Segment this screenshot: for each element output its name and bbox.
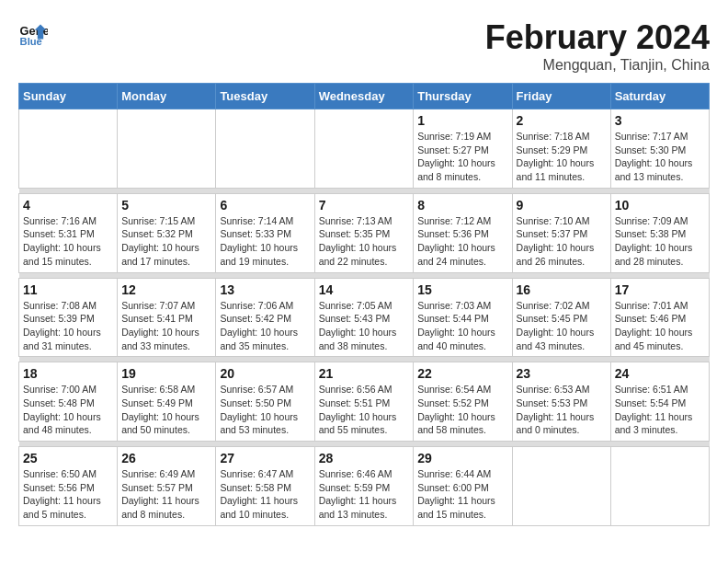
week-row-0: 1Sunrise: 7:19 AM Sunset: 5:27 PM Daylig… xyxy=(19,109,710,189)
calendar-cell: 6Sunrise: 7:14 AM Sunset: 5:33 PM Daylig… xyxy=(216,193,314,272)
week-row-2: 11Sunrise: 7:08 AM Sunset: 5:39 PM Dayli… xyxy=(19,278,710,357)
logo-icon: General Blue xyxy=(18,18,48,48)
calendar-body: 1Sunrise: 7:19 AM Sunset: 5:27 PM Daylig… xyxy=(19,109,710,526)
calendar-cell: 11Sunrise: 7:08 AM Sunset: 5:39 PM Dayli… xyxy=(19,278,118,357)
day-number: 7 xyxy=(319,198,410,213)
weekday-header-saturday: Saturday xyxy=(610,84,709,109)
day-number: 22 xyxy=(417,366,507,381)
calendar-cell: 28Sunrise: 6:46 AM Sunset: 5:59 PM Dayli… xyxy=(314,447,414,526)
day-number: 10 xyxy=(615,198,705,213)
day-info: Sunrise: 6:54 AM Sunset: 5:52 PM Dayligh… xyxy=(417,383,507,437)
day-number: 13 xyxy=(220,282,310,297)
weekday-header-wednesday: Wednesday xyxy=(314,84,414,109)
day-number: 23 xyxy=(517,366,607,381)
day-info: Sunrise: 7:10 AM Sunset: 5:37 PM Dayligh… xyxy=(517,214,607,269)
weekday-header-sunday: Sunday xyxy=(19,84,118,109)
day-number: 2 xyxy=(517,113,607,128)
calendar-cell: 23Sunrise: 6:53 AM Sunset: 5:53 PM Dayli… xyxy=(512,362,610,442)
day-number: 14 xyxy=(319,282,410,297)
weekday-header-monday: Monday xyxy=(118,84,216,109)
title-area: February 2024 Mengquan, Tianjin, China xyxy=(485,18,710,74)
weekday-header-row: SundayMondayTuesdayWednesdayThursdayFrid… xyxy=(19,84,710,109)
day-number: 28 xyxy=(319,451,410,465)
calendar-cell: 26Sunrise: 6:49 AM Sunset: 5:57 PM Dayli… xyxy=(118,447,216,526)
calendar-cell: 18Sunrise: 7:00 AM Sunset: 5:48 PM Dayli… xyxy=(19,362,118,442)
day-info: Sunrise: 7:07 AM Sunset: 5:41 PM Dayligh… xyxy=(121,299,211,353)
day-info: Sunrise: 7:09 AM Sunset: 5:38 PM Dayligh… xyxy=(615,214,705,269)
day-number: 3 xyxy=(615,113,705,128)
day-number: 12 xyxy=(121,282,211,297)
day-info: Sunrise: 7:16 AM Sunset: 5:31 PM Dayligh… xyxy=(23,214,113,269)
day-info: Sunrise: 7:14 AM Sunset: 5:33 PM Dayligh… xyxy=(220,214,310,269)
calendar-cell xyxy=(314,109,414,189)
logo: General Blue xyxy=(18,18,48,48)
day-info: Sunrise: 7:01 AM Sunset: 5:46 PM Dayligh… xyxy=(615,299,705,353)
day-number: 18 xyxy=(23,366,113,381)
day-number: 11 xyxy=(23,282,113,297)
calendar-cell: 9Sunrise: 7:10 AM Sunset: 5:37 PM Daylig… xyxy=(512,193,610,272)
calendar-cell xyxy=(118,109,216,189)
calendar-cell: 3Sunrise: 7:17 AM Sunset: 5:30 PM Daylig… xyxy=(610,109,709,189)
calendar-cell: 17Sunrise: 7:01 AM Sunset: 5:46 PM Dayli… xyxy=(610,278,709,357)
calendar-cell: 24Sunrise: 6:51 AM Sunset: 5:54 PM Dayli… xyxy=(610,362,709,442)
calendar-cell: 13Sunrise: 7:06 AM Sunset: 5:42 PM Dayli… xyxy=(216,278,314,357)
day-number: 17 xyxy=(615,282,705,297)
day-number: 19 xyxy=(121,366,211,381)
day-info: Sunrise: 7:06 AM Sunset: 5:42 PM Dayligh… xyxy=(220,299,310,353)
calendar-cell: 29Sunrise: 6:44 AM Sunset: 6:00 PM Dayli… xyxy=(414,447,512,526)
day-info: Sunrise: 6:50 AM Sunset: 5:56 PM Dayligh… xyxy=(23,467,113,522)
calendar-cell: 10Sunrise: 7:09 AM Sunset: 5:38 PM Dayli… xyxy=(610,193,709,272)
day-info: Sunrise: 6:49 AM Sunset: 5:57 PM Dayligh… xyxy=(121,467,211,522)
day-number: 1 xyxy=(417,113,507,128)
week-row-1: 4Sunrise: 7:16 AM Sunset: 5:31 PM Daylig… xyxy=(19,193,710,272)
calendar-cell: 15Sunrise: 7:03 AM Sunset: 5:44 PM Dayli… xyxy=(414,278,512,357)
weekday-header-tuesday: Tuesday xyxy=(216,84,314,109)
calendar-cell: 25Sunrise: 6:50 AM Sunset: 5:56 PM Dayli… xyxy=(19,447,118,526)
calendar-cell: 19Sunrise: 6:58 AM Sunset: 5:49 PM Dayli… xyxy=(118,362,216,442)
day-number: 9 xyxy=(517,198,607,213)
calendar-cell: 4Sunrise: 7:16 AM Sunset: 5:31 PM Daylig… xyxy=(19,193,118,272)
day-info: Sunrise: 6:58 AM Sunset: 5:49 PM Dayligh… xyxy=(121,383,211,437)
day-number: 15 xyxy=(417,282,507,297)
day-info: Sunrise: 6:57 AM Sunset: 5:50 PM Dayligh… xyxy=(220,383,310,437)
day-info: Sunrise: 7:15 AM Sunset: 5:32 PM Dayligh… xyxy=(121,214,211,269)
day-info: Sunrise: 6:44 AM Sunset: 6:00 PM Dayligh… xyxy=(417,467,507,522)
week-row-4: 25Sunrise: 6:50 AM Sunset: 5:56 PM Dayli… xyxy=(19,447,710,526)
calendar-cell: 20Sunrise: 6:57 AM Sunset: 5:50 PM Dayli… xyxy=(216,362,314,442)
day-info: Sunrise: 7:03 AM Sunset: 5:44 PM Dayligh… xyxy=(417,299,507,353)
day-info: Sunrise: 7:00 AM Sunset: 5:48 PM Dayligh… xyxy=(23,383,113,437)
day-number: 6 xyxy=(220,198,310,213)
day-info: Sunrise: 6:46 AM Sunset: 5:59 PM Dayligh… xyxy=(319,467,410,522)
calendar-cell: 2Sunrise: 7:18 AM Sunset: 5:29 PM Daylig… xyxy=(512,109,610,189)
page-header: General Blue February 2024 Mengquan, Tia… xyxy=(18,18,710,74)
day-info: Sunrise: 6:47 AM Sunset: 5:58 PM Dayligh… xyxy=(220,467,310,522)
day-number: 20 xyxy=(220,366,310,381)
day-info: Sunrise: 7:12 AM Sunset: 5:36 PM Dayligh… xyxy=(417,214,507,269)
day-info: Sunrise: 7:13 AM Sunset: 5:35 PM Dayligh… xyxy=(319,214,410,269)
day-number: 29 xyxy=(417,451,507,465)
calendar-cell xyxy=(512,447,610,526)
day-info: Sunrise: 7:02 AM Sunset: 5:45 PM Dayligh… xyxy=(517,299,607,353)
calendar-table: SundayMondayTuesdayWednesdayThursdayFrid… xyxy=(18,83,710,526)
day-info: Sunrise: 6:53 AM Sunset: 5:53 PM Dayligh… xyxy=(517,383,607,437)
day-info: Sunrise: 7:05 AM Sunset: 5:43 PM Dayligh… xyxy=(319,299,410,353)
calendar-cell xyxy=(216,109,314,189)
day-number: 8 xyxy=(417,198,507,213)
day-number: 21 xyxy=(319,366,410,381)
calendar-header: SundayMondayTuesdayWednesdayThursdayFrid… xyxy=(19,84,710,109)
calendar-cell: 5Sunrise: 7:15 AM Sunset: 5:32 PM Daylig… xyxy=(118,193,216,272)
calendar-cell: 22Sunrise: 6:54 AM Sunset: 5:52 PM Dayli… xyxy=(414,362,512,442)
calendar-cell: 7Sunrise: 7:13 AM Sunset: 5:35 PM Daylig… xyxy=(314,193,414,272)
calendar-cell xyxy=(610,447,709,526)
location-title: Mengquan, Tianjin, China xyxy=(485,57,710,74)
day-number: 24 xyxy=(615,366,705,381)
day-info: Sunrise: 7:17 AM Sunset: 5:30 PM Dayligh… xyxy=(615,130,705,184)
day-info: Sunrise: 6:51 AM Sunset: 5:54 PM Dayligh… xyxy=(615,383,705,437)
day-info: Sunrise: 6:56 AM Sunset: 5:51 PM Dayligh… xyxy=(319,383,410,437)
calendar-cell: 14Sunrise: 7:05 AM Sunset: 5:43 PM Dayli… xyxy=(314,278,414,357)
day-number: 4 xyxy=(23,198,113,213)
week-row-3: 18Sunrise: 7:00 AM Sunset: 5:48 PM Dayli… xyxy=(19,362,710,442)
month-title: February 2024 xyxy=(485,18,710,57)
calendar-cell: 12Sunrise: 7:07 AM Sunset: 5:41 PM Dayli… xyxy=(118,278,216,357)
calendar-cell: 16Sunrise: 7:02 AM Sunset: 5:45 PM Dayli… xyxy=(512,278,610,357)
